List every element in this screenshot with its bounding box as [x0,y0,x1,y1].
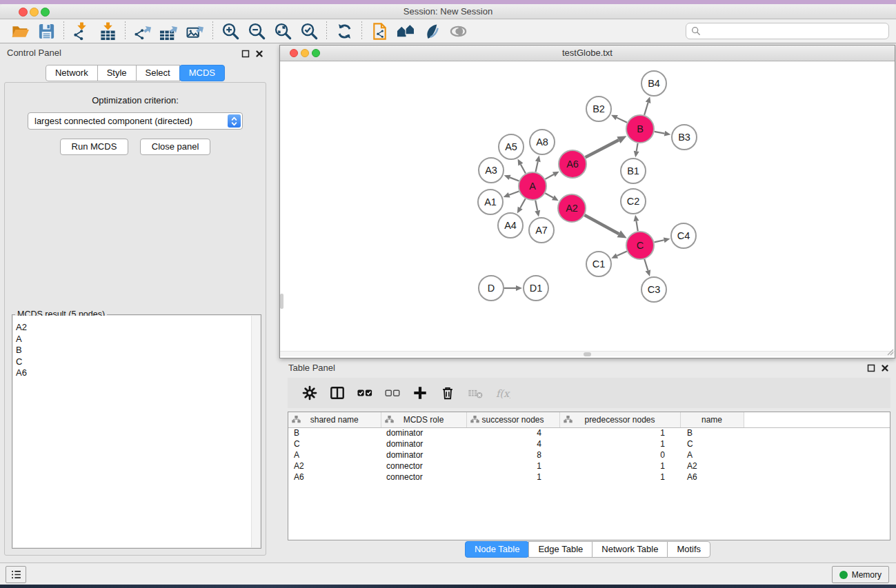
create-column-icon[interactable] [406,381,434,405]
graph-edge-A-A8[interactable] [535,156,541,172]
cell[interactable]: 1 [466,472,559,483]
graph-edge-B-B4[interactable] [644,97,650,115]
cell[interactable]: 4 [466,427,559,438]
graph-node-A8[interactable]: A8 [530,130,555,154]
table-row[interactable]: Cdominator41C [288,438,890,449]
mcds-result-item[interactable]: C [16,356,249,368]
graph-edge-A6-B[interactable] [586,136,627,157]
cell[interactable]: 1 [466,460,559,472]
column-header-shared-name[interactable]: shared name [288,412,381,427]
export-network-icon[interactable] [130,21,156,41]
delete-columns-icon[interactable] [434,381,461,405]
search-field[interactable] [686,23,889,39]
cell[interactable]: A2 [680,460,744,472]
graph-node-C1[interactable]: C1 [586,252,611,276]
export-image-icon[interactable] [182,21,208,41]
graph-edge-A-A3[interactable] [504,175,519,181]
float-table-panel-icon[interactable] [867,363,875,371]
show-hide-view-icon[interactable] [445,21,471,41]
graph-node-B3[interactable]: B3 [672,125,697,150]
graph-edge-A-A4[interactable] [517,199,526,213]
search-input[interactable] [704,24,888,38]
graph-edge-C-C2[interactable] [634,215,639,231]
horizontal-scrollbar[interactable] [280,351,895,356]
run-mcds-button[interactable]: Run MCDS [60,139,129,155]
table-row[interactable]: A2connector11A2 [288,460,890,472]
control-tab-mcds[interactable]: MCDS [179,65,225,81]
control-tab-network[interactable]: Network [46,65,98,81]
table-tab-edge-table[interactable]: Edge Table [528,541,593,558]
cybrowser-icon[interactable] [366,21,392,41]
close-panel-icon[interactable] [255,48,263,57]
graph-node-B1[interactable]: B1 [621,159,646,183]
control-tab-style[interactable]: Style [97,65,137,81]
cell[interactable]: B [288,427,381,438]
open-file-icon[interactable] [7,21,33,41]
cell[interactable]: A2 [288,460,381,472]
deselect-all-rows-icon[interactable] [379,381,406,405]
cell[interactable]: 1 [559,460,680,472]
export-table-icon[interactable] [156,21,182,41]
cell[interactable]: B [680,427,744,438]
cell[interactable]: C [288,438,381,449]
float-panel-icon[interactable] [241,48,250,57]
graph-node-C4[interactable]: C4 [671,223,696,248]
graph-node-B2[interactable]: B2 [586,97,611,121]
cell[interactable]: 4 [466,438,559,449]
graph-edge-A-A5[interactable] [518,159,526,174]
horizontal-scrollbar-thumb[interactable] [584,352,591,356]
mcds-result-item[interactable]: A6 [16,367,249,379]
graph-edge-A2-C[interactable] [584,215,626,238]
criterion-dropdown[interactable]: largest connected component (directed) [28,112,243,130]
cell[interactable]: 1 [559,438,680,449]
show-columns-icon[interactable] [323,381,351,405]
graph-node-C2[interactable]: C2 [621,189,646,214]
graph-node-A5[interactable]: A5 [499,134,524,159]
close-panel-button[interactable]: Close panel [140,139,211,155]
graph-node-A[interactable]: A [519,172,546,200]
column-header-name[interactable]: name [680,412,744,427]
graph-node-A6[interactable]: A6 [559,150,586,178]
graph-node-C[interactable]: C [626,232,654,259]
graph-edge-A-A7[interactable] [535,201,540,217]
network-canvas[interactable]: AA1A2A3A4A5A6A7A8BB1B2B3B4CC1C2C3C4DD1 [280,61,895,356]
cell[interactable]: dominator [381,449,466,460]
graph-node-A1[interactable]: A1 [478,190,503,214]
graph-edge-A-A2[interactable] [545,193,559,201]
graph-edge-B-B2[interactable] [611,115,627,123]
table-row[interactable]: Bdominator41B [288,427,890,438]
cell[interactable]: connector [381,460,466,472]
toggle-graphics-details-icon[interactable] [419,21,445,41]
column-header-predecessor-nodes[interactable]: predecessor nodes [559,412,680,427]
close-table-panel-icon[interactable] [881,363,889,371]
import-table-icon[interactable] [94,21,121,41]
task-history-button[interactable] [6,566,26,583]
graph-node-C3[interactable]: C3 [641,277,666,302]
import-network-icon[interactable] [68,21,94,41]
table-row[interactable]: A6connector11A6 [288,472,890,483]
table-row[interactable]: Adominator80A [288,449,890,460]
cell[interactable]: C [680,438,744,449]
cell[interactable]: connector [381,472,466,483]
zoom-in-icon[interactable] [217,21,243,41]
table-options-gear-icon[interactable] [296,381,323,405]
resize-grip[interactable] [886,347,894,356]
mcds-result-item[interactable]: B [16,345,249,356]
graph-node-A3[interactable]: A3 [479,158,504,183]
graph-edge-B-B3[interactable] [655,131,671,136]
home-layout-icon[interactable] [392,21,419,41]
zoom-fit-icon[interactable] [270,21,296,41]
cell[interactable]: A [288,449,381,460]
cell[interactable]: 1 [559,427,680,438]
table-tab-network-table[interactable]: Network Table [592,541,668,558]
result-list-scrollbar[interactable] [251,316,260,547]
memory-button[interactable]: Memory [832,566,889,583]
graph-node-B[interactable]: B [626,115,654,143]
graph-edge-A-A6[interactable] [545,172,559,179]
cell[interactable]: A [680,449,744,460]
graph-node-D[interactable]: D [479,276,504,301]
vertical-scrollbar-thumb[interactable] [280,294,283,309]
cell[interactable]: dominator [381,427,466,438]
graph-edge-B-B1[interactable] [634,143,639,158]
column-header-successor-nodes[interactable]: successor nodes [466,412,559,427]
